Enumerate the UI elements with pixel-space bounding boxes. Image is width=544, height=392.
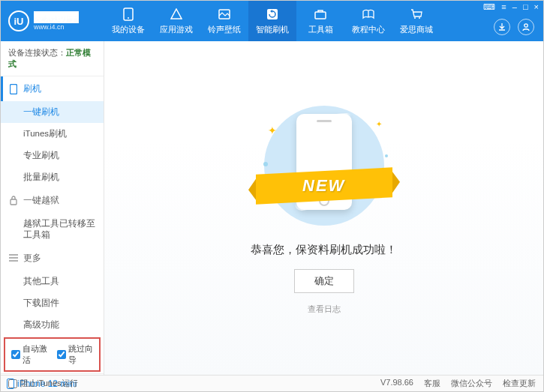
checkbox-skip-guide[interactable]: 跳过向导: [57, 343, 94, 366]
block-itunes-checkbox[interactable]: 阻止iTunes运行: [8, 378, 78, 389]
nav-apps-games[interactable]: 应用游戏: [152, 1, 200, 41]
customer-service-link[interactable]: 客服: [424, 378, 440, 389]
svg-rect-9: [11, 199, 17, 205]
nav-ringtone-wallpaper[interactable]: 铃声壁纸: [200, 1, 248, 41]
checkbox-auto-activate-input[interactable]: [11, 350, 20, 359]
svg-point-5: [414, 17, 416, 19]
maximize-button[interactable]: □: [523, 2, 528, 11]
wallpaper-icon: [218, 7, 231, 21]
block-itunes-label: 阻止iTunes运行: [20, 378, 78, 389]
nav-label: 教程中心: [352, 24, 385, 35]
phone-icon: [8, 84, 19, 94]
body-area: 设备连接状态：正常模式 刷机 一键刷机 iTunes刷机 专业刷机 批量刷机 一…: [1, 41, 543, 375]
window-controls: ⌨ ≡ – □ ×: [479, 1, 543, 13]
settings-icon[interactable]: ≡: [501, 2, 506, 11]
status-label: 设备连接状态：: [8, 48, 66, 57]
checkbox-label: 自动激活: [23, 343, 48, 366]
nav-label: 工具箱: [308, 24, 333, 35]
sidebar-item-oneclick-flash[interactable]: 一键刷机: [1, 101, 104, 123]
section-flash[interactable]: 刷机: [1, 76, 104, 101]
phone-icon: [122, 7, 135, 21]
sidebar-item-advanced[interactable]: 高级功能: [1, 314, 104, 336]
nav-label: 智能刷机: [256, 24, 289, 35]
cart-icon: [410, 7, 423, 21]
nav-store[interactable]: 爱思商城: [392, 1, 440, 41]
list-icon: [8, 253, 19, 263]
header-right-buttons: [494, 19, 534, 35]
banner-text: NEW: [302, 176, 345, 196]
ok-button[interactable]: 确定: [294, 269, 354, 293]
checkbox-label: 跳过向导: [68, 343, 94, 366]
connection-status: 设备连接状态：正常模式: [1, 41, 104, 76]
section-title: 刷机: [23, 82, 41, 95]
wechat-link[interactable]: 微信公众号: [451, 378, 492, 389]
main-content: ✦ ✦ NEW 恭喜您，保资料刷机成功啦！ 确定 查看日志: [104, 41, 543, 375]
sidebar-item-pro-flash[interactable]: 专业刷机: [1, 145, 104, 166]
nav-label: 爱思商城: [400, 24, 433, 35]
minimize-button[interactable]: –: [512, 2, 517, 11]
refresh-icon: [266, 7, 279, 21]
svg-rect-8: [11, 84, 17, 94]
nav-toolbox[interactable]: 工具箱: [296, 1, 344, 41]
section-title: 一键越狱: [23, 194, 59, 207]
svg-point-1: [128, 17, 129, 19]
checkbox-auto-activate[interactable]: 自动激活: [11, 343, 48, 366]
svg-point-7: [524, 24, 527, 27]
svg-rect-4: [315, 12, 326, 19]
user-button[interactable]: [518, 19, 534, 35]
svg-point-6: [419, 17, 420, 19]
toolbox-icon: [314, 7, 327, 21]
sidebar: 设备连接状态：正常模式 刷机 一键刷机 iTunes刷机 专业刷机 批量刷机 一…: [1, 41, 104, 375]
view-log-link[interactable]: 查看日志: [308, 304, 341, 315]
nav-my-device[interactable]: 我的设备: [104, 1, 152, 41]
footer-right: V7.98.66 客服 微信公众号 检查更新: [380, 378, 536, 389]
keyboard-icon[interactable]: ⌨: [483, 2, 495, 12]
logo-area: iU 爱思助手 www.i4.cn: [8, 10, 104, 31]
check-update-link[interactable]: 检查更新: [503, 378, 536, 389]
section-jailbreak[interactable]: 一键越狱: [1, 188, 104, 213]
success-message: 恭喜您，保资料刷机成功啦！: [251, 243, 397, 257]
app-header: iU 爱思助手 www.i4.cn 我的设备 应用游戏 铃声壁纸 智能刷机 工具…: [1, 1, 543, 41]
download-button[interactable]: [494, 19, 510, 35]
nav-smart-flash[interactable]: 智能刷机: [248, 1, 296, 41]
nav-label: 我的设备: [112, 24, 145, 35]
book-icon: [362, 7, 375, 21]
app-name: 爱思助手: [34, 11, 79, 24]
success-illustration: ✦ ✦ NEW: [260, 102, 388, 229]
version-label: V7.98.66: [380, 378, 413, 389]
sidebar-item-jailbreak-note[interactable]: 越狱工具已转移至 工具箱: [1, 213, 104, 246]
apps-icon: [170, 7, 183, 21]
logo-icon: iU: [8, 10, 29, 31]
logo-text: 爱思助手 www.i4.cn: [34, 11, 79, 31]
nav-tutorial[interactable]: 教程中心: [344, 1, 392, 41]
sidebar-item-batch-flash[interactable]: 批量刷机: [1, 166, 104, 188]
close-button[interactable]: ×: [534, 2, 539, 11]
section-title: 更多: [23, 252, 41, 265]
nav-label: 应用游戏: [160, 24, 193, 35]
checkbox-skip-guide-input[interactable]: [57, 350, 66, 359]
app-url: www.i4.cn: [34, 23, 79, 31]
sidebar-item-download-firmware[interactable]: 下载固件: [1, 292, 104, 314]
sidebar-item-other-tools[interactable]: 其他工具: [1, 271, 104, 292]
options-highlight-box: 自动激活 跳过向导: [4, 337, 101, 372]
top-nav: 我的设备 应用游戏 铃声壁纸 智能刷机 工具箱 教程中心 爱思商城: [104, 1, 440, 41]
nav-label: 铃声壁纸: [208, 24, 241, 35]
sidebar-item-itunes-flash[interactable]: iTunes刷机: [1, 123, 104, 145]
section-more[interactable]: 更多: [1, 246, 104, 271]
device-phone-icon: [7, 379, 14, 389]
lock-icon: [8, 196, 19, 206]
